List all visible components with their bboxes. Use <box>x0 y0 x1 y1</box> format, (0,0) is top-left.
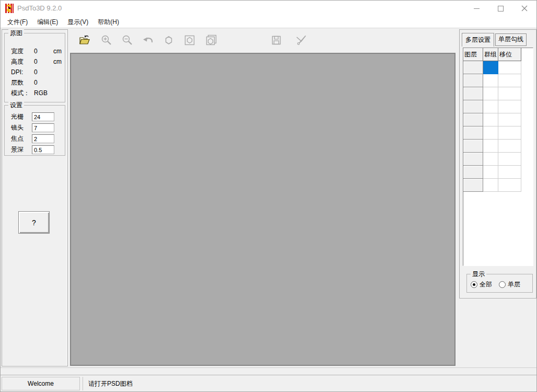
left-panel: 原图 宽度 0 cm 高度 0 cm DPI: 0 层数 0 <box>2 29 68 366</box>
radio-option-all[interactable]: 全部 <box>471 280 492 289</box>
grid-cell[interactable] <box>498 61 521 74</box>
settings-group: 设置 光栅 镜头 焦点 景深 <box>4 105 65 156</box>
zoom-out-icon <box>121 34 134 47</box>
tab-singlelayer-outline[interactable]: 单层勾线 <box>495 33 527 46</box>
grid-cell[interactable] <box>498 126 521 140</box>
grid-cell[interactable] <box>498 153 521 166</box>
polygon-stack-button[interactable] <box>204 33 218 47</box>
grid-fixed-cell[interactable] <box>463 100 483 113</box>
info-row-mode: 模式： RGB <box>5 88 65 98</box>
polygon-icon <box>162 34 175 47</box>
grid-cell[interactable] <box>498 179 521 192</box>
field-row-focus: 焦点 <box>5 133 65 144</box>
grid-fixed-cell[interactable] <box>463 74 483 87</box>
info-value: RGB <box>34 89 50 97</box>
bottom-strip <box>1 367 536 375</box>
grid-row <box>463 153 533 166</box>
focus-input[interactable] <box>32 134 54 143</box>
save-icon <box>270 34 283 47</box>
title-bar: PsdTo3D 9.2.0 <box>1 1 536 16</box>
original-image-group: 原图 宽度 0 cm 高度 0 cm DPI: 0 层数 0 <box>4 33 65 102</box>
undo-button[interactable] <box>141 33 155 47</box>
grid-selected-cell[interactable] <box>483 61 498 74</box>
field-label: 景深 <box>11 145 32 154</box>
save-button[interactable] <box>270 33 283 47</box>
polygon-button[interactable] <box>162 33 176 47</box>
grid-fixed-cell[interactable] <box>463 61 483 74</box>
info-row-width: 宽度 0 cm <box>5 46 65 56</box>
info-label: 模式： <box>11 89 34 98</box>
grid-cell[interactable] <box>483 100 498 113</box>
tab-multilayer-settings[interactable]: 多层设置 <box>462 33 494 47</box>
grid-cell[interactable] <box>483 126 498 140</box>
grid-row <box>463 179 533 192</box>
zoom-out-button[interactable] <box>121 33 134 47</box>
radio-option-single[interactable]: 单层 <box>499 280 520 289</box>
info-value: 0 <box>34 79 50 86</box>
grid-fixed-cell[interactable] <box>463 166 483 179</box>
canvas[interactable] <box>70 53 456 366</box>
help-button[interactable]: ? <box>18 211 50 234</box>
depth-input[interactable] <box>32 145 54 154</box>
grid-cell[interactable] <box>483 74 498 87</box>
zoom-in-button[interactable] <box>100 33 113 47</box>
polygon-frame-icon <box>183 34 196 47</box>
grid-fixed-cell[interactable] <box>463 153 483 166</box>
grid-fixed-cell[interactable] <box>463 126 483 140</box>
grid-header: 图层 群组 移位 <box>463 48 533 61</box>
grid-cell[interactable] <box>498 113 521 126</box>
info-unit: cm <box>53 58 62 65</box>
grid-fixed-cell[interactable] <box>463 113 483 126</box>
grid-header-group: 群组 <box>483 48 498 61</box>
grid-row <box>463 100 533 113</box>
grid-fixed-cell[interactable] <box>463 87 483 100</box>
grid-cell[interactable] <box>483 153 498 166</box>
settings-group-title: 设置 <box>8 101 24 109</box>
info-value: 0 <box>34 58 50 65</box>
maximize-icon <box>498 6 504 11</box>
polygon-stack-icon <box>205 34 217 47</box>
toolbar <box>70 29 458 52</box>
grid-cell[interactable] <box>498 140 521 153</box>
grid-cell[interactable] <box>498 166 521 179</box>
minimize-button[interactable] <box>464 1 488 16</box>
info-value: 0 <box>34 48 50 55</box>
grid-cell[interactable] <box>483 87 498 100</box>
menu-view[interactable]: 显示(V) <box>63 16 93 28</box>
window-controls <box>464 1 536 16</box>
grid-cell[interactable] <box>483 179 498 192</box>
maximize-button[interactable] <box>488 1 512 16</box>
grid-cell[interactable] <box>483 113 498 126</box>
menu-help[interactable]: 帮助(H) <box>93 16 124 28</box>
grid-row <box>463 74 533 87</box>
grid-cell[interactable] <box>498 87 521 100</box>
grid-fixed-cell[interactable] <box>463 179 483 192</box>
close-button[interactable] <box>512 1 536 16</box>
knife-tool-button[interactable] <box>294 33 308 47</box>
app-window: PsdTo3D 9.2.0 文件(F) 编辑(E) 显示(V) 帮助(H) 原图… <box>0 0 537 392</box>
lenticular-input[interactable] <box>32 112 54 121</box>
menu-file[interactable]: 文件(F) <box>3 16 32 28</box>
close-icon <box>521 5 528 11</box>
info-row-layers: 层数 0 <box>5 77 65 88</box>
info-label: 层数 <box>11 78 34 87</box>
grid-cell[interactable] <box>498 100 521 113</box>
lens-input[interactable] <box>32 123 54 132</box>
grid-fixed-cell[interactable] <box>463 140 483 153</box>
undo-icon <box>142 34 154 47</box>
right-panel: 多层设置 单层勾线 图层 群组 移位 显示 全部 单层 <box>459 29 536 298</box>
grid-row <box>463 113 533 126</box>
menu-edit[interactable]: 编辑(E) <box>32 16 63 28</box>
grid-rows <box>463 61 533 192</box>
radio-single-label: 单层 <box>508 280 520 289</box>
grid-row <box>463 61 533 74</box>
grid-cell[interactable] <box>483 166 498 179</box>
grid-cell[interactable] <box>483 140 498 153</box>
grid-header-shift: 移位 <box>498 48 521 61</box>
polygon-frame-button[interactable] <box>183 33 196 47</box>
original-image-group-title: 原图 <box>8 29 24 37</box>
info-row-dpi: DPI: 0 <box>5 67 65 77</box>
grid-cell[interactable] <box>498 74 521 87</box>
open-file-button[interactable] <box>77 33 91 47</box>
open-file-icon <box>78 34 90 47</box>
